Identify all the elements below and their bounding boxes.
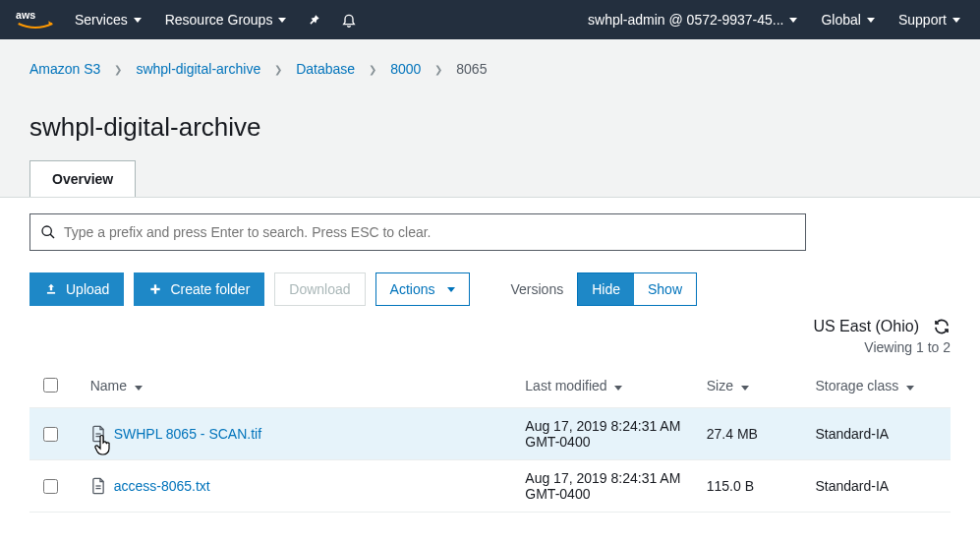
subheader: Amazon S3 ❯ swhpl-digital-archive ❯ Data… — [0, 39, 980, 198]
sort-indicator-icon — [906, 386, 914, 391]
versions-show-button[interactable]: Show — [634, 273, 696, 305]
pin-icon — [308, 13, 321, 27]
nav-resource-groups[interactable]: Resource Groups — [155, 0, 297, 39]
chevron-down-icon — [447, 287, 455, 292]
versions-label: Versions — [507, 281, 568, 297]
row-checkbox[interactable] — [43, 479, 58, 494]
breadcrumb-item[interactable]: swhpl-digital-archive — [136, 61, 260, 77]
object-name-link[interactable]: access-8065.txt — [114, 478, 210, 494]
nav-bell-icon[interactable] — [333, 0, 365, 39]
aws-logo[interactable]: aws — [10, 8, 61, 31]
nav-support-label: Support — [898, 12, 947, 28]
cell-storage-class: Standard-IA — [805, 460, 951, 513]
cell-last-modified: Aug 17, 2019 8:24:31 AM GMT-0400 — [515, 460, 696, 513]
col-header-storage-class-label: Storage class — [815, 378, 898, 393]
col-header-size[interactable]: Size — [697, 363, 806, 408]
main-content: Upload Create folder Download Actions Ve… — [0, 198, 980, 522]
svg-line-3 — [50, 234, 54, 238]
tabs-bar: Overview — [29, 160, 951, 197]
search-input[interactable] — [56, 220, 795, 244]
nav-services-label: Services — [75, 12, 128, 28]
actions-button[interactable]: Actions — [375, 272, 470, 306]
chevron-right-icon: ❯ — [274, 64, 282, 75]
nav-region-label: Global — [821, 12, 860, 28]
bell-icon — [341, 12, 357, 28]
region-row: US East (Ohio) — [29, 318, 951, 335]
download-label: Download — [289, 281, 350, 297]
file-icon — [90, 425, 106, 443]
nav-services[interactable]: Services — [65, 0, 151, 39]
tab-overview[interactable]: Overview — [29, 160, 136, 197]
sort-indicator-icon — [741, 386, 749, 391]
create-folder-button[interactable]: Create folder — [134, 272, 264, 306]
versions-hide-button[interactable]: Hide — [578, 273, 634, 305]
region-label: US East (Ohio) — [813, 318, 919, 335]
svg-rect-6 — [151, 288, 160, 290]
upload-button[interactable]: Upload — [29, 272, 124, 306]
table-header-row: Name Last modified Size Storage class — [29, 363, 951, 408]
objects-table: Name Last modified Size Storage class — [29, 363, 951, 513]
chevron-down-icon — [952, 18, 960, 23]
search-bar[interactable] — [29, 213, 806, 251]
col-header-storage-class[interactable]: Storage class — [805, 363, 951, 408]
breadcrumb-root[interactable]: Amazon S3 — [29, 61, 100, 77]
sort-indicator-icon — [614, 386, 622, 391]
chevron-down-icon — [867, 18, 875, 23]
nav-region[interactable]: Global — [811, 0, 884, 39]
breadcrumb-current: 8065 — [456, 61, 487, 77]
col-header-last-modified[interactable]: Last modified — [515, 363, 696, 408]
chevron-right-icon: ❯ — [114, 64, 122, 75]
cell-size: 115.0 B — [697, 460, 806, 513]
svg-rect-4 — [47, 292, 55, 294]
nav-support[interactable]: Support — [889, 0, 970, 39]
table-row[interactable]: access-8065.txtAug 17, 2019 8:24:31 AM G… — [29, 460, 951, 513]
col-header-name[interactable]: Name — [81, 363, 516, 408]
toolbar: Upload Create folder Download Actions Ve… — [29, 272, 951, 306]
breadcrumb-item[interactable]: Database — [296, 61, 355, 77]
search-icon — [40, 224, 56, 240]
nav-account[interactable]: swhpl-admin @ 0572-9937-45... — [578, 0, 807, 39]
col-header-size-label: Size — [707, 378, 733, 393]
table-row[interactable]: SWHPL 8065 - SCAN.tifAug 17, 2019 8:24:3… — [29, 408, 951, 460]
plus-icon — [148, 282, 162, 296]
select-all-checkbox[interactable] — [43, 378, 58, 393]
upload-icon — [44, 282, 58, 296]
col-header-last-modified-label: Last modified — [525, 378, 606, 393]
object-name-link[interactable]: SWHPL 8065 - SCAN.tif — [114, 426, 261, 442]
chevron-right-icon: ❯ — [369, 64, 376, 75]
refresh-icon[interactable] — [933, 318, 951, 335]
breadcrumb: Amazon S3 ❯ swhpl-digital-archive ❯ Data… — [29, 39, 951, 100]
upload-label: Upload — [66, 281, 109, 297]
actions-label: Actions — [390, 281, 435, 297]
chevron-down-icon — [789, 18, 797, 23]
nav-resource-groups-label: Resource Groups — [165, 12, 273, 28]
file-icon — [90, 477, 106, 495]
chevron-right-icon: ❯ — [434, 64, 442, 75]
viewing-count: Viewing 1 to 2 — [29, 339, 951, 355]
col-header-name-label: Name — [90, 378, 127, 393]
aws-logo-icon: aws — [16, 8, 55, 31]
cell-last-modified: Aug 17, 2019 8:24:31 AM GMT-0400 — [515, 408, 696, 460]
cell-storage-class: Standard-IA — [805, 408, 951, 460]
breadcrumb-item[interactable]: 8000 — [390, 61, 421, 77]
page-title: swhpl-digital-archive — [29, 112, 951, 143]
nav-pin-icon[interactable] — [300, 0, 329, 39]
svg-point-2 — [42, 226, 51, 235]
download-button: Download — [274, 272, 365, 306]
chevron-down-icon — [134, 18, 142, 23]
table-body: SWHPL 8065 - SCAN.tifAug 17, 2019 8:24:3… — [29, 408, 951, 513]
chevron-down-icon — [278, 18, 286, 23]
cell-size: 27.4 MB — [697, 408, 806, 460]
versions-toggle: Hide Show — [577, 272, 697, 306]
svg-text:aws: aws — [16, 9, 35, 21]
create-folder-label: Create folder — [170, 281, 250, 297]
row-checkbox[interactable] — [43, 427, 58, 442]
nav-account-label: swhpl-admin @ 0572-9937-45... — [588, 12, 783, 28]
top-nav: aws Services Resource Groups swhpl-admin… — [0, 0, 980, 39]
sort-indicator-icon — [135, 386, 143, 391]
